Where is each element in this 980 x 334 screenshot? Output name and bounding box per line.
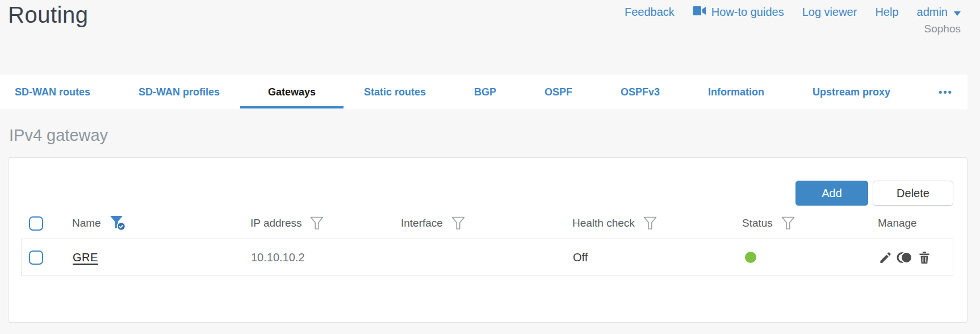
toolbar: Add Delete (795, 181, 953, 206)
howto-guides-link[interactable]: How-to guides (693, 6, 784, 19)
gateway-ip-value: 10.10.10.2 (251, 251, 305, 264)
header-cell-manage: Manage (878, 217, 953, 229)
log-viewer-link[interactable]: Log viewer (802, 6, 857, 19)
tab-ospf[interactable]: OSPF (545, 74, 572, 110)
ip-column-label: IP address (250, 217, 301, 229)
top-right-area: Feedback How-to guides Log viewer Help a… (625, 6, 961, 35)
admin-menu[interactable]: admin (917, 6, 961, 19)
header-cell-health-check: Health check (572, 216, 742, 231)
admin-label: admin (917, 6, 948, 19)
tab-bar: SD-WAN routes SD-WAN profiles Gateways S… (0, 74, 968, 110)
row-cell-select (22, 250, 73, 265)
routing-page: Routing Feedback How-to guides Log viewe… (0, 0, 980, 334)
howto-guides-label: How-to guides (711, 6, 784, 19)
row-cell-manage (878, 250, 953, 265)
gateway-panel: Add Delete Name (8, 157, 968, 323)
tab-information[interactable]: Information (708, 74, 764, 110)
health-check-filter-icon[interactable] (643, 216, 657, 231)
more-tabs-icon[interactable]: ••• (939, 86, 953, 98)
gateway-health-check-value: Off (573, 251, 588, 264)
top-nav: Feedback How-to guides Log viewer Help a… (625, 6, 961, 19)
ip-filter-icon[interactable] (309, 216, 324, 231)
select-all-checkbox[interactable] (29, 216, 43, 231)
interface-filter-icon[interactable] (451, 216, 466, 231)
tab-static-routes[interactable]: Static routes (364, 74, 426, 110)
chevron-down-icon (954, 6, 961, 19)
health-check-column-label: Health check (572, 217, 635, 229)
name-column-label: Name (72, 217, 101, 229)
tab-ospfv3[interactable]: OSPFv3 (621, 74, 660, 110)
header-cell-status: Status (742, 216, 878, 231)
table-row: GRE 10.10.10.2 Off (21, 239, 953, 276)
status-filter-icon[interactable] (781, 216, 795, 231)
log-viewer-label: Log viewer (802, 6, 857, 19)
name-filter-active-icon[interactable] (109, 215, 126, 231)
row-cell-name: GRE (73, 251, 251, 264)
header-cell-ip: IP address (250, 216, 401, 231)
header-cell-select (21, 216, 72, 231)
video-camera-icon (693, 6, 706, 19)
row-cell-health-check: Off (573, 251, 743, 264)
table-header-row: Name IP address (21, 208, 953, 239)
status-up-indicator (745, 252, 756, 263)
tab-gateways[interactable]: Gateways (268, 74, 316, 110)
delete-button[interactable]: Delete (873, 181, 953, 206)
brand-label: Sophos (625, 23, 961, 35)
manage-column-label: Manage (878, 217, 917, 229)
tab-sdwan-profiles[interactable]: SD-WAN profiles (139, 74, 220, 110)
feedback-label: Feedback (625, 6, 675, 19)
edit-pencil-icon[interactable] (878, 250, 893, 265)
add-button[interactable]: Add (795, 181, 868, 206)
gateway-name-link[interactable]: GRE (73, 251, 98, 264)
help-link[interactable]: Help (875, 6, 898, 19)
tab-upstream-proxy[interactable]: Upstream proxy (813, 74, 890, 110)
row-cell-status (743, 252, 878, 263)
section-title: IPv4 gateway (9, 126, 108, 145)
row-checkbox[interactable] (29, 250, 43, 265)
feedback-link[interactable]: Feedback (625, 6, 675, 19)
clone-icon[interactable] (897, 250, 914, 265)
header-cell-interface: Interface (401, 216, 572, 231)
status-column-label: Status (742, 217, 773, 229)
tab-sdwan-routes[interactable]: SD-WAN routes (15, 74, 90, 110)
row-cell-ip: 10.10.10.2 (251, 251, 401, 264)
tab-bgp[interactable]: BGP (474, 74, 496, 110)
page-title: Routing (8, 2, 88, 28)
gateway-table: Name IP address (21, 208, 953, 276)
help-label: Help (875, 6, 898, 19)
delete-trash-icon[interactable] (918, 250, 931, 265)
header-cell-name: Name (72, 215, 250, 231)
interface-column-label: Interface (401, 217, 443, 229)
